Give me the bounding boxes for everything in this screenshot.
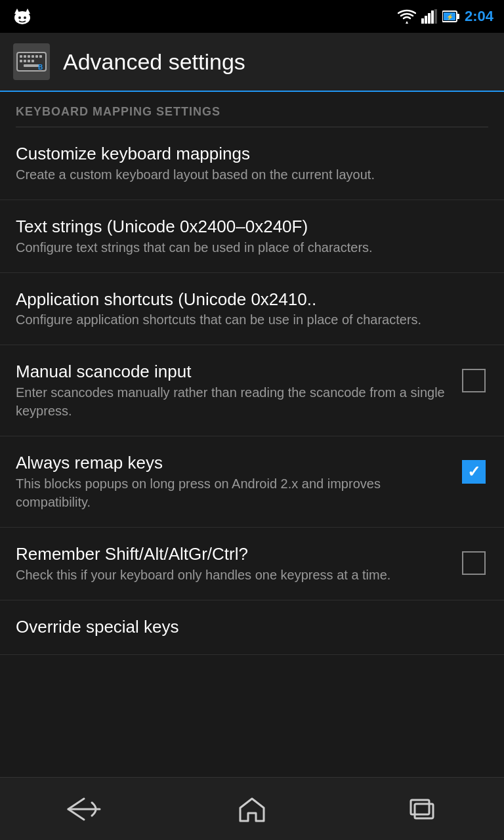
app-bar: B Advanced settings [0,33,504,92]
settings-item-manual-scancode[interactable]: Manual scancode inputEnter scancodes man… [0,345,504,436]
back-button[interactable] [0,778,168,840]
section-header: KEYBOARD MAPPING SETTINGS [0,92,504,127]
svg-rect-9 [434,9,437,24]
svg-rect-16 [24,55,26,58]
settings-item-title-customize-keyboard: Customize keyboard mappings [16,144,250,163]
settings-item-title-manual-scancode: Manual scancode input [16,362,191,381]
content-area: KEYBOARD MAPPING SETTINGS Customize keyb… [0,92,504,777]
svg-rect-22 [24,60,26,62]
svg-rect-24 [32,60,34,62]
settings-item-always-remap[interactable]: Always remap keysThis blocks popups on l… [0,436,504,528]
home-icon [238,796,266,822]
svg-rect-15 [20,55,22,58]
page-title: Advanced settings [63,49,245,75]
svg-rect-27 [411,800,429,814]
svg-text:B: B [38,64,43,71]
settings-item-title-always-remap: Always remap keys [16,453,163,472]
status-time: 2:04 [465,8,494,25]
settings-item-override-special[interactable]: Override special keys [0,600,504,655]
settings-item-text-text-strings: Text strings (Unicode 0x2400–0x240F)Conf… [16,216,488,257]
settings-item-text-strings[interactable]: Text strings (Unicode 0x2400–0x240F)Conf… [0,200,504,273]
settings-item-title-override-special: Override special keys [16,617,179,637]
settings-item-title-app-shortcuts: Application shortcuts (Unicode 0x2410.. [16,289,316,309]
checkbox-manual-scancode[interactable] [462,369,486,392]
svg-rect-25 [24,64,39,67]
svg-marker-1 [14,9,20,14]
svg-rect-17 [28,55,30,58]
svg-rect-18 [32,55,34,58]
settings-item-desc-text-strings: Configure text strings that can be used … [16,238,478,257]
settings-item-text-always-remap: Always remap keysThis blocks popups on l… [16,452,459,511]
wifi-icon [398,9,416,24]
status-bar-right: ⚡ 2:04 [398,8,494,25]
svg-rect-11 [457,14,459,19]
checkbox-always-remap[interactable]: ✓ [462,460,486,484]
svg-rect-20 [39,55,42,58]
svg-rect-23 [28,60,30,62]
section-header-label: KEYBOARD MAPPING SETTINGS [16,105,220,118]
nav-bar [0,777,504,840]
svg-point-4 [24,16,26,19]
settings-item-title-text-strings: Text strings (Unicode 0x2400–0x240F) [16,217,308,236]
settings-item-text-override-special: Override special keys [16,616,488,639]
settings-list: Customize keyboard mappingsCreate a cust… [0,127,504,655]
battery-icon: ⚡ [442,9,459,24]
svg-rect-19 [35,55,38,58]
svg-rect-6 [425,16,427,24]
recents-icon [406,796,434,822]
checkbox-container-always-remap: ✓ [459,457,488,486]
settings-item-text-remember-shift: Remember Shift/Alt/AltGr/Ctrl?Check this… [16,543,459,584]
svg-rect-7 [428,13,430,24]
status-bar-left [10,5,34,28]
svg-text:⚡: ⚡ [446,13,453,21]
svg-point-3 [18,16,21,19]
settings-item-app-shortcuts[interactable]: Application shortcuts (Unicode 0x2410..C… [0,273,504,346]
settings-item-remember-shift[interactable]: Remember Shift/Alt/AltGr/Ctrl?Check this… [0,528,504,600]
app-bar-icon: B [13,43,50,80]
checkbox-remember-shift[interactable] [462,551,486,575]
svg-rect-8 [431,10,434,24]
svg-rect-21 [20,60,22,62]
checkbox-container-remember-shift [459,549,488,578]
settings-item-desc-remember-shift: Check this if your keyboard only handles… [16,566,449,584]
svg-rect-5 [421,18,424,24]
settings-item-text-app-shortcuts: Application shortcuts (Unicode 0x2410..C… [16,289,488,329]
settings-item-desc-customize-keyboard: Create a custom keyboard layout based on… [16,165,478,184]
signal-icon [421,9,437,24]
svg-rect-28 [415,804,433,818]
status-bar: ⚡ 2:04 [0,0,504,33]
settings-item-desc-manual-scancode: Enter scancodes manually rather than rea… [16,383,449,420]
settings-item-title-remember-shift: Remember Shift/Alt/AltGr/Ctrl? [16,544,248,564]
recents-button[interactable] [336,778,504,840]
settings-item-desc-app-shortcuts: Configure application shortcuts that can… [16,310,478,329]
back-icon [66,796,102,822]
settings-item-desc-always-remap: This blocks popups on long press on Andr… [16,474,449,511]
home-button[interactable] [168,778,336,840]
settings-item-text-manual-scancode: Manual scancode inputEnter scancodes man… [16,361,459,420]
cat-icon [10,5,34,28]
svg-marker-2 [25,9,30,14]
settings-item-text-customize-keyboard: Customize keyboard mappingsCreate a cust… [16,143,488,184]
checkbox-container-manual-scancode [459,366,488,395]
settings-item-customize-keyboard[interactable]: Customize keyboard mappingsCreate a cust… [0,127,504,200]
